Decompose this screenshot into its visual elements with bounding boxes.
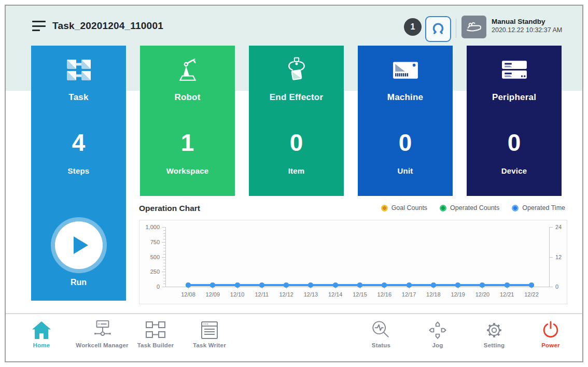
data-point: [407, 283, 412, 288]
y2-axis-tick-label: 12: [555, 254, 562, 260]
y-axis-tick: [163, 284, 165, 284]
run-button[interactable]: [55, 221, 103, 269]
nav-item-status[interactable]: Status: [350, 320, 412, 357]
nav-item-task-builder[interactable]: Task Builder: [124, 320, 187, 357]
data-point: [259, 283, 264, 288]
legend-item[interactable]: Operated Counts: [440, 204, 499, 211]
card-unit: Item: [249, 166, 344, 175]
jog-icon: [427, 320, 449, 341]
series-line-segment: [482, 284, 507, 286]
card-unit: Unit: [358, 166, 453, 175]
page-title: Task_20201204_110001: [52, 20, 163, 32]
card-unit: Device: [467, 166, 562, 175]
x-axis-tick-label: 12/14: [323, 291, 348, 298]
nav-item-task-writer[interactable]: Task Writer: [178, 320, 241, 357]
robot-icon: [175, 57, 201, 83]
series-line-segment: [360, 284, 384, 286]
data-point: [505, 283, 510, 288]
peripheral-icon: [501, 59, 528, 81]
y-axis-tick: [163, 254, 165, 255]
y-axis-tick: [163, 260, 165, 260]
y-axis-tick: [162, 272, 165, 272]
machine-icon: [392, 59, 419, 81]
data-point: [235, 283, 240, 288]
nav-item-power[interactable]: Power: [520, 320, 582, 357]
data-point: [431, 283, 436, 288]
header-divider: [456, 19, 456, 38]
y-axis-tick: [163, 245, 165, 246]
card-task[interactable]: Task 4 Steps Run: [31, 46, 126, 301]
series-line-segment: [311, 284, 335, 286]
gripper-icon: [431, 22, 445, 36]
card-title: Peripheral: [467, 92, 562, 103]
series-line-segment: [286, 284, 311, 286]
x-axis-tick-label: 12/21: [495, 291, 520, 298]
manual-mode-button[interactable]: [461, 16, 486, 38]
card-machine[interactable]: Machine 0 Unit: [358, 46, 453, 196]
hamburger-menu-icon[interactable]: [32, 21, 47, 33]
y-axis-tick: [162, 242, 165, 243]
card-count: 4: [31, 129, 126, 157]
y-axis-tick: [162, 287, 165, 287]
legend-item[interactable]: Operated Time: [512, 204, 565, 211]
y-axis-tick-label: 0: [139, 284, 160, 290]
card-unit: Steps: [31, 166, 126, 175]
legend-label: Operated Counts: [450, 204, 499, 211]
y2-axis-tick: [549, 257, 553, 258]
y-axis-tick: [163, 251, 165, 251]
y2-axis-tick: [549, 227, 553, 228]
run-label: Run: [31, 278, 126, 287]
y-axis-tick: [163, 278, 165, 278]
task-writer-icon: [200, 320, 219, 341]
nav-label: Power: [520, 342, 582, 348]
x-axis-tick-label: 12/15: [347, 291, 372, 298]
x-axis-tick-label: 12/10: [225, 291, 250, 298]
nav-label: Status: [350, 342, 412, 348]
notification-badge[interactable]: 1: [404, 18, 422, 36]
y-axis-tick-label: 1,000: [139, 224, 160, 230]
card-unit: Workspace: [140, 166, 235, 175]
y2-axis-tick-label: 0: [555, 284, 558, 290]
data-point: [333, 283, 338, 288]
card-end-effector[interactable]: End Effector 0 Item: [249, 46, 344, 196]
robot-status-block: Manual Standby 2020.12.22 10:32:37 AM: [492, 17, 562, 35]
y-axis-tick: [163, 239, 165, 239]
series-line-segment: [433, 284, 458, 286]
card-count: 0: [249, 129, 344, 157]
x-axis-tick-label: 12/18: [421, 291, 446, 298]
data-point: [186, 283, 191, 288]
card-peripheral[interactable]: Peripheral 0 Device: [467, 46, 562, 196]
legend-dot-icon: [512, 205, 519, 211]
series-line-segment: [335, 284, 360, 286]
card-title: Robot: [140, 92, 235, 103]
nav-item-jog[interactable]: Jog: [407, 320, 469, 357]
data-point: [357, 283, 362, 288]
x-axis-tick-label: 12/20: [470, 291, 495, 298]
legend-item[interactable]: Goal Counts: [381, 204, 427, 211]
data-point: [529, 283, 534, 288]
y-axis-tick: [163, 236, 165, 236]
status-icon: [370, 320, 392, 341]
end-effector-icon: [285, 57, 309, 83]
chart-title: Operation Chart: [139, 204, 200, 213]
x-axis-tick-label: 12/16: [372, 291, 397, 298]
gripper-tool-button[interactable]: [425, 16, 451, 42]
y-axis-tick: [163, 275, 165, 275]
operation-chart: 02505007501,0000122412/0812/0912/1012/11…: [139, 220, 567, 304]
series-line-segment: [409, 284, 433, 286]
nav-divider: [6, 313, 582, 314]
card-robot[interactable]: Robot 1 Workspace: [140, 46, 235, 196]
series-line-segment: [458, 284, 482, 286]
chart-legend: Goal CountsOperated CountsOperated Time: [381, 204, 565, 211]
workcell-manager-icon: [90, 320, 114, 341]
nav-item-setting[interactable]: Setting: [463, 320, 525, 357]
x-axis-tick-label: 12/12: [274, 291, 299, 298]
x-axis-tick-label: 12/09: [200, 291, 225, 298]
y-axis-tick: [162, 227, 165, 228]
legend-label: Operated Time: [522, 204, 565, 211]
y2-axis-tick: [549, 287, 553, 287]
card-title: Task: [31, 92, 126, 103]
y-axis-tick: [162, 257, 165, 258]
x-axis-tick-label: 12/13: [298, 291, 323, 298]
series-line-segment: [384, 284, 409, 286]
